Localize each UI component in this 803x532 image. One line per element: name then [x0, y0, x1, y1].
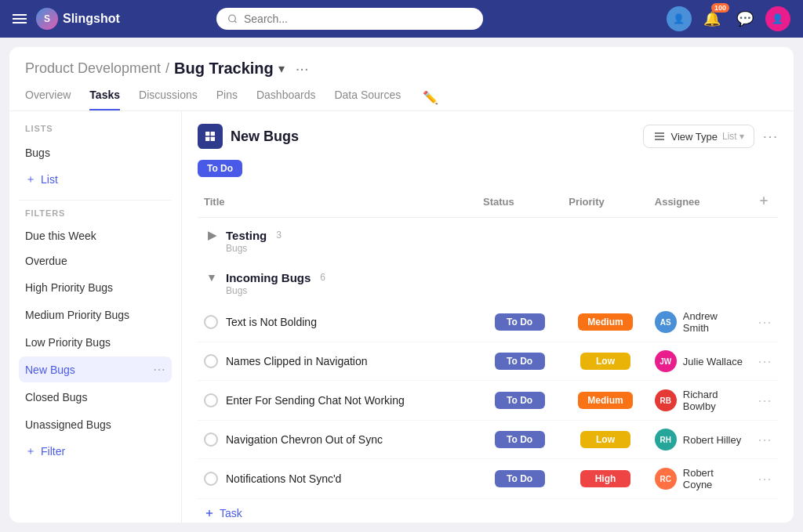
sidebar-item-new-bugs[interactable]: New Bugs ⋯ [19, 356, 172, 382]
task-priority-4: Low [580, 431, 630, 448]
breadcrumb-more-button[interactable]: ··· [296, 60, 309, 78]
new-bugs-label: New Bugs [25, 364, 75, 376]
task-assignee-avatar-5: RC [655, 468, 677, 490]
task-1-more-button[interactable]: ⋯ [758, 314, 772, 330]
sidebar-item-medium-priority[interactable]: Medium Priority Bugs ⋯ [19, 302, 172, 328]
task-assignee-name-2: Julie Wallace [683, 356, 743, 367]
task-assignee-name-4: Robert Hilley [683, 434, 741, 446]
task-checkbox-5[interactable] [204, 472, 218, 486]
sidebar-item-due-this-week[interactable]: Due this Week [19, 224, 172, 248]
task-assignee-name-3: Richard Bowlby [683, 389, 745, 412]
task-status-2: To Do [495, 353, 545, 370]
edit-tabs-icon[interactable]: ✏️ [423, 90, 438, 105]
add-filter-button[interactable]: ＋ Filter [19, 439, 172, 464]
incoming-bugs-group-name: Incoming Bugs [226, 271, 311, 284]
low-priority-label: Low Priority Bugs [25, 336, 111, 349]
panel-header: New Bugs View Type List ▾ ⋯ [198, 124, 778, 149]
panel-more-button[interactable]: ⋯ [762, 127, 778, 146]
task-2-more-button[interactable]: ⋯ [758, 353, 772, 369]
task-3-more-button[interactable]: ⋯ [758, 393, 772, 408]
col-priority: Priority [562, 188, 649, 218]
sidebar-item-overdue[interactable]: Overdue [19, 249, 172, 273]
testing-sub: Bugs [226, 243, 772, 257]
hamburger-menu[interactable] [13, 14, 27, 24]
task-priority-3: Medium [578, 392, 632, 409]
tab-discussions[interactable]: Discussions [139, 84, 198, 110]
sidebar: LISTS Bugs ⋯ ＋ List FILTERS Due this Wee… [9, 111, 182, 523]
tab-overview[interactable]: Overview [25, 84, 71, 110]
testing-group-name: Testing [226, 229, 267, 242]
task-row-2: Names Clipped in Navigation To Do Low JW [198, 342, 778, 381]
task-row-3: Enter For Sending Chat Not Working To Do… [198, 381, 778, 421]
svg-rect-3 [211, 132, 215, 136]
incoming-bugs-count: 6 [320, 272, 325, 283]
notifications-button[interactable]: 🔔 100 [699, 6, 725, 31]
task-row-1: Text is Not Bolding To Do Medium AS [198, 302, 778, 342]
breadcrumb-separator: / [165, 60, 169, 77]
task-status-4: To Do [495, 431, 545, 448]
col-add[interactable] [751, 188, 778, 218]
task-title-1: Text is Not Bolding [226, 316, 317, 328]
svg-rect-5 [211, 137, 215, 141]
tab-pins[interactable]: Pins [216, 84, 238, 110]
task-checkbox-4[interactable] [204, 432, 218, 447]
svg-rect-2 [205, 132, 209, 136]
tab-dashboards[interactable]: Dashboards [256, 84, 316, 110]
user-avatar-1[interactable]: 👤 [667, 6, 692, 31]
task-assignee-name-1: Andrew Smith [683, 310, 745, 334]
testing-count: 3 [276, 230, 282, 241]
task-checkbox-3[interactable] [204, 393, 218, 407]
sidebar-item-closed-bugs[interactable]: Closed Bugs ⋯ [19, 384, 172, 410]
add-task-button[interactable]: Task [204, 507, 772, 519]
todo-filter-badge[interactable]: To Do [198, 160, 242, 177]
sidebar-item-bugs-label: Bugs [25, 147, 50, 159]
page-header: Product Development / Bug Tracking ▾ ··· [9, 47, 794, 78]
add-list-button[interactable]: ＋ List [19, 167, 172, 192]
add-task-row: Task [198, 499, 778, 523]
task-5-more-button[interactable]: ⋯ [758, 471, 772, 487]
task-assignee-avatar-2: JW [655, 350, 677, 372]
notification-badge: 100 [711, 3, 729, 13]
view-type-label: View Type [670, 131, 718, 143]
task-assignee-avatar-1: AS [655, 311, 677, 333]
due-this-week-label: Due this Week [25, 230, 96, 242]
user-avatar-2[interactable]: 👤 [765, 6, 790, 31]
svg-point-0 [229, 15, 236, 22]
search-bar[interactable] [216, 8, 483, 30]
panel-title-area: New Bugs [198, 124, 299, 149]
task-row-5: Notifications Not Sync'd To Do High RC [198, 459, 778, 499]
add-filter-plus-icon: ＋ [25, 444, 36, 458]
closed-bugs-label: Closed Bugs [25, 391, 87, 404]
sidebar-divider [19, 200, 172, 201]
task-priority-1: Medium [578, 313, 632, 331]
view-type-button[interactable]: View Type List ▾ [643, 125, 754, 148]
messages-button[interactable]: 💬 [732, 6, 758, 31]
col-status: Status [477, 188, 562, 218]
incoming-bugs-chevron[interactable]: ▼ [204, 270, 220, 285]
table-header: Title Status Priority Assignee [198, 188, 778, 218]
nav-actions: 👤 🔔 100 💬 👤 [667, 6, 790, 31]
search-input[interactable] [244, 13, 472, 25]
content-area: LISTS Bugs ⋯ ＋ List FILTERS Due this Wee… [9, 111, 794, 523]
new-bugs-more-icon[interactable]: ⋯ [153, 362, 165, 377]
panel-icon [198, 124, 223, 149]
task-checkbox-1[interactable] [204, 315, 218, 329]
task-assignee-avatar-3: RB [655, 389, 677, 411]
main-panel: New Bugs View Type List ▾ ⋯ To Do [182, 111, 794, 523]
task-assignee-name-5: Robert Coyne [683, 467, 745, 490]
tab-tasks[interactable]: Tasks [89, 84, 120, 110]
breadcrumb-dropdown-icon[interactable]: ▾ [278, 61, 285, 76]
panel-title: New Bugs [231, 128, 299, 145]
incoming-bugs-sub: Bugs [226, 285, 772, 299]
overdue-label: Overdue [25, 255, 67, 267]
testing-chevron[interactable]: ▶ [204, 227, 220, 243]
sidebar-item-low-priority[interactable]: Low Priority Bugs ⋯ [19, 329, 172, 355]
tab-datasources[interactable]: Data Sources [334, 84, 401, 110]
search-icon [227, 13, 238, 24]
sidebar-item-bugs[interactable]: Bugs ⋯ [19, 139, 172, 165]
sidebar-item-unassigned-bugs[interactable]: Unassigned Bugs ⋯ [19, 411, 172, 437]
task-priority-5: High [580, 470, 630, 487]
task-checkbox-2[interactable] [204, 354, 218, 368]
task-4-more-button[interactable]: ⋯ [758, 432, 772, 447]
sidebar-item-high-priority[interactable]: High Priority Bugs ⋯ [19, 274, 172, 300]
